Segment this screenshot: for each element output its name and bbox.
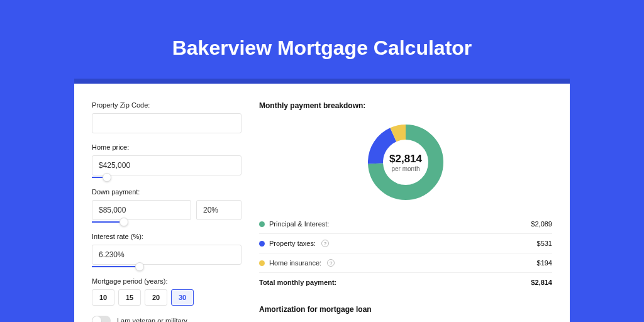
period-label: Mortgage period (years): [92,277,242,285]
slider-thumb-icon[interactable] [119,218,128,226]
veteran-label: I am veteran or military [117,317,187,322]
period-button-10[interactable]: 10 [92,289,114,306]
breakdown-row: Property taxes:?$531 [259,233,552,253]
period-button-20[interactable]: 20 [145,289,167,306]
interest-rate-slider[interactable] [92,266,140,267]
interest-rate-group: Interest rate (%): [92,233,242,267]
breakdown-row-value: $194 [537,259,552,267]
breakdown-total-row: Total monthly payment: $2,814 [259,272,552,292]
slider-thumb-icon[interactable] [103,173,111,182]
period-button-15[interactable]: 15 [118,289,141,306]
info-icon[interactable]: ? [327,259,335,267]
donut-chart: $2,814 per month [365,121,447,203]
legend-dot-icon [259,260,265,266]
period-button-30[interactable]: 30 [171,289,194,306]
zip-input[interactable] [92,113,242,133]
calculator-card: Property Zip Code: Home price: Down paym… [74,84,570,322]
zip-group: Property Zip Code: [92,101,242,133]
breakdown-row-value: $531 [537,240,552,247]
page-title: Bakerview Mortgage Calculator [0,0,644,79]
down-payment-group: Down payment: [92,188,242,223]
donut-wrap: $2,814 per month [259,118,552,214]
form-column: Property Zip Code: Home price: Down paym… [92,101,242,322]
amortization-block: Amortization for mortgage loan Amortizat… [259,304,552,322]
period-group: Mortgage period (years): 10152030 [92,277,242,306]
toggle-knob-icon [92,316,101,322]
veteran-row: I am veteran or military [92,316,242,322]
total-value: $2,814 [531,279,552,286]
interest-rate-label: Interest rate (%): [92,233,242,240]
down-payment-amount-input[interactable] [92,200,191,220]
home-price-group: Home price: [92,143,242,178]
interest-rate-input[interactable] [92,245,242,265]
slider-thumb-icon[interactable] [135,262,144,271]
down-payment-label: Down payment: [92,188,242,196]
legend-dot-icon [259,221,265,227]
veteran-toggle[interactable] [92,316,111,322]
breakdown-row-label: Principal & Interest: [269,220,329,228]
home-price-label: Home price: [92,143,242,151]
breakdown-rows: Principal & Interest:$2,089Property taxe… [259,214,552,272]
home-price-input[interactable] [92,155,242,175]
down-payment-percent-input[interactable] [196,200,242,220]
legend-dot-icon [259,241,265,247]
breakdown-row: Principal & Interest:$2,089 [259,214,552,233]
home-price-slider[interactable] [92,177,107,178]
breakdown-title: Monthly payment breakdown: [259,101,552,110]
card-top-shadow [74,79,570,84]
amortization-title: Amortization for mortgage loan [259,305,552,314]
breakdown-row-value: $2,089 [531,220,552,228]
breakdown-column: Monthly payment breakdown: $2,814 per mo… [259,101,552,322]
zip-label: Property Zip Code: [92,101,242,109]
period-buttons: 10152030 [92,289,242,306]
down-payment-slider[interactable] [92,221,124,223]
donut-subtext: per month [391,165,419,172]
info-icon[interactable]: ? [321,240,329,247]
donut-center: $2,814 per month [365,121,447,203]
breakdown-row: Home insurance:?$194 [259,253,552,272]
donut-amount: $2,814 [389,153,422,165]
breakdown-row-label: Property taxes: [269,240,316,247]
breakdown-row-label: Home insurance: [269,259,321,267]
total-label: Total monthly payment: [259,279,336,286]
